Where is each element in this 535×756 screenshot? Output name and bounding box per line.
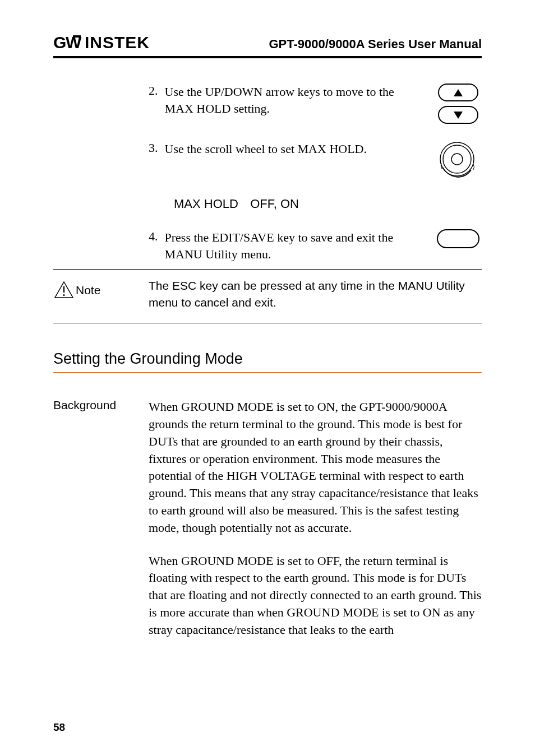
- background-para2: When GROUND MODE is set to OFF, the retu…: [149, 553, 482, 639]
- step-number: 4.: [149, 229, 158, 244]
- step-4: 4. Press the EDIT/SAVE key to save and e…: [53, 229, 482, 270]
- up-arrow-button-icon: [438, 84, 478, 101]
- down-arrow-button-icon: [438, 106, 478, 124]
- background-body: When GROUND MODE is set to ON, the GPT-9…: [149, 398, 482, 654]
- step-text: Use the scroll wheel to set MAX HOLD.: [165, 141, 435, 157]
- brand-logo: G W INSTEK: [53, 34, 160, 52]
- step-text: Press the EDIT/SAVE key to save and exit…: [165, 229, 435, 262]
- edit-save-button-icon: [434, 229, 482, 248]
- note-text: The ESC key can be pressed at any time i…: [149, 277, 482, 310]
- step-2: 2. Use the UP/DOWN arrow keys to move to…: [53, 84, 482, 124]
- note-icon-container: Note: [53, 277, 149, 300]
- svg-text:G: G: [53, 34, 66, 52]
- svg-point-5: [443, 145, 471, 173]
- note-section: Note The ESC key can be pressed at any t…: [53, 277, 482, 318]
- scroll-wheel-icon: [434, 141, 482, 180]
- step-3: 3. Use the scroll wheel to set MAX HOLD.: [53, 141, 482, 180]
- page-header: G W INSTEK GPT-9000/9000A Series User Ma…: [53, 34, 482, 58]
- svg-point-8: [63, 294, 64, 296]
- param-value: OFF, ON: [250, 197, 299, 211]
- step-number: 2.: [149, 84, 158, 98]
- divider: [53, 323, 482, 323]
- background-para1: When GROUND MODE is set to ON, the GPT-9…: [149, 398, 482, 536]
- section-rule: [53, 372, 482, 373]
- page-number: 58: [53, 721, 65, 734]
- svg-rect-2: [73, 35, 81, 38]
- param-label: MAX HOLD: [174, 197, 247, 211]
- background-section: Background When GROUND MODE is set to ON…: [53, 398, 482, 654]
- section-heading: Setting the Grounding Mode: [53, 350, 482, 368]
- parameter-row: MAX HOLD OFF, ON: [53, 197, 482, 211]
- note-label: Note: [76, 284, 100, 297]
- step-text: Use the UP/DOWN arrow keys to move to th…: [165, 84, 435, 117]
- warning-triangle-icon: [53, 281, 75, 300]
- svg-point-6: [451, 154, 463, 165]
- step-number: 3.: [149, 141, 158, 155]
- manual-title: GPT-9000/9000A Series User Manual: [269, 37, 482, 52]
- svg-text:INSTEK: INSTEK: [85, 34, 150, 52]
- background-label: Background: [53, 398, 149, 412]
- arrow-keys-icon: [434, 84, 482, 124]
